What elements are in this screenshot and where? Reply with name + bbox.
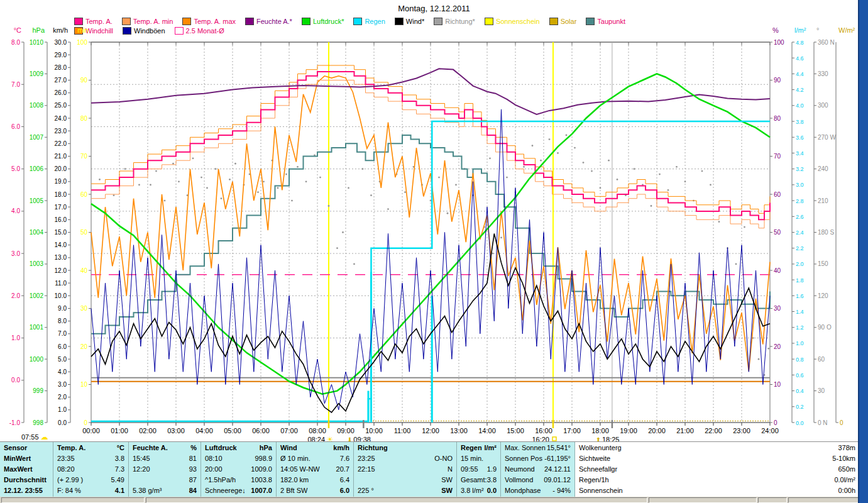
dot-richtung <box>404 191 406 193</box>
svg-text:80: 80 <box>774 115 781 122</box>
table-cell-value: % <box>190 443 197 453</box>
svg-text:W/m²: W/m² <box>838 26 855 34</box>
svg-text:1002: 1002 <box>30 292 44 299</box>
dot-richtung <box>718 221 720 223</box>
svg-text:1.8: 1.8 <box>796 277 804 284</box>
dot-richtung <box>164 200 166 202</box>
table-cell-value: 998.9 <box>255 453 272 464</box>
svg-text:4.4: 4.4 <box>796 71 804 77</box>
svg-text:min: min <box>77 26 89 34</box>
svg-text:2.0: 2.0 <box>11 292 20 299</box>
dot-richtung <box>285 174 287 175</box>
table-cell: 23:25 <box>358 453 375 464</box>
svg-text:4.0: 4.0 <box>58 368 67 375</box>
svg-text:1010: 1010 <box>30 39 44 46</box>
svg-text:3.6: 3.6 <box>796 135 804 141</box>
table-cell-value: km/h <box>333 443 349 453</box>
table-cell-value: 3.8 <box>115 453 124 464</box>
svg-text:90 O: 90 O <box>818 324 832 331</box>
table-cell-value: 84 <box>189 485 197 496</box>
table-cell: 3.8 l/m² <box>461 485 484 496</box>
table-cell: Vollmond <box>505 475 533 485</box>
svg-text:2.0: 2.0 <box>796 261 804 267</box>
dot-richtung <box>221 197 222 199</box>
table-cell: 2 Bft SW <box>280 485 307 496</box>
svg-text:0: 0 <box>774 419 777 426</box>
table-cell-value: 5.49 <box>111 475 124 485</box>
dot-richtung <box>659 174 661 175</box>
dot-richtung <box>150 184 151 185</box>
svg-text:21:00: 21:00 <box>676 427 694 434</box>
status-bar <box>0 497 868 503</box>
svg-text:23.0: 23.0 <box>55 128 67 135</box>
table-cell-value: O-NO <box>434 453 453 464</box>
svg-text:5.0: 5.0 <box>58 356 67 363</box>
table-cell: Sensor <box>4 443 27 453</box>
svg-text:8.0: 8.0 <box>58 318 67 324</box>
svg-text:0.8: 0.8 <box>796 357 804 363</box>
table-cell-value: SW <box>441 485 453 496</box>
svg-text:1.6: 1.6 <box>796 293 804 299</box>
weather-chart[interactable]: -1.00.01.02.03.04.05.06.07.08.0998999100… <box>0 0 868 446</box>
svg-text:0 N: 0 N <box>818 419 828 426</box>
table-cell: (+ 2.99 ) <box>57 475 83 485</box>
svg-text:60: 60 <box>818 356 825 363</box>
svg-text:19:00: 19:00 <box>620 427 637 434</box>
dot-richtung <box>540 160 542 162</box>
svg-text:0.0: 0.0 <box>11 377 20 384</box>
table-cell: Max. Sonnen <box>505 443 546 453</box>
dot-richtung <box>583 162 585 163</box>
svg-text:998: 998 <box>33 419 43 426</box>
table-cell: Schneefallgr <box>579 464 617 475</box>
svg-text:30: 30 <box>774 305 781 312</box>
status-bar-segment <box>146 497 647 503</box>
status-bar-segment <box>649 497 757 503</box>
table-cell: MinWert <box>4 453 31 464</box>
svg-text:04:00: 04:00 <box>195 427 213 434</box>
table-cell-value: 0.0l/m² <box>834 475 855 485</box>
dot-richtung <box>257 191 259 193</box>
table-cell-value: 3.8 <box>487 475 497 485</box>
dot-richtung <box>608 160 610 162</box>
dot-richtung <box>574 147 576 149</box>
svg-text:km/h: km/h <box>53 26 68 34</box>
table-cell-value: 6.0 <box>340 485 349 496</box>
svg-text:8.0: 8.0 <box>11 39 20 46</box>
svg-text:1007: 1007 <box>30 134 44 141</box>
svg-text:24.0: 24.0 <box>55 115 67 122</box>
svg-text:27.0: 27.0 <box>55 77 67 84</box>
svg-text:1.0: 1.0 <box>58 406 67 413</box>
dot-richtung <box>455 184 457 185</box>
table-cell-value: 1009.0 <box>251 464 272 475</box>
dot-richtung <box>767 348 769 350</box>
svg-text:60: 60 <box>774 191 781 198</box>
dot-richtung <box>370 194 372 196</box>
svg-text:-1.0: -1.0 <box>9 419 21 426</box>
svg-text:2.6: 2.6 <box>796 214 804 220</box>
table-cell-value: - 94% <box>552 485 571 496</box>
svg-text:01:00: 01:00 <box>111 427 128 434</box>
table-cell: 14:05 W-NW <box>280 464 320 475</box>
svg-text:30: 30 <box>818 387 825 394</box>
table-cell-value: 6.4 <box>340 475 349 485</box>
dot-richtung <box>277 187 279 189</box>
svg-text:05:00: 05:00 <box>224 427 241 434</box>
dot-richtung <box>667 189 669 191</box>
table-cell-value: 09.01.12 <box>544 475 571 485</box>
dot-richtung <box>684 180 686 182</box>
table-cell: Sonnenschein <box>579 485 623 496</box>
svg-text:15:00: 15:00 <box>507 427 524 434</box>
table-cell-value: 24.12.11 <box>544 464 571 475</box>
svg-text:%: % <box>772 26 779 34</box>
svg-text:00:00: 00:00 <box>82 427 100 434</box>
table-cell-value: 0.0 <box>487 485 497 496</box>
dot-richtung <box>566 134 568 136</box>
dot-richtung <box>506 177 508 179</box>
table-cell-value: N <box>448 464 453 475</box>
table-cell: Schneerege↓ <box>205 485 246 496</box>
svg-text:9.0: 9.0 <box>58 305 67 312</box>
svg-text:1004: 1004 <box>30 229 44 236</box>
table-cell-value: 7.3 <box>115 464 124 475</box>
table-cell-value: 93 <box>189 464 197 475</box>
table-cell: 08:10 <box>205 453 222 464</box>
